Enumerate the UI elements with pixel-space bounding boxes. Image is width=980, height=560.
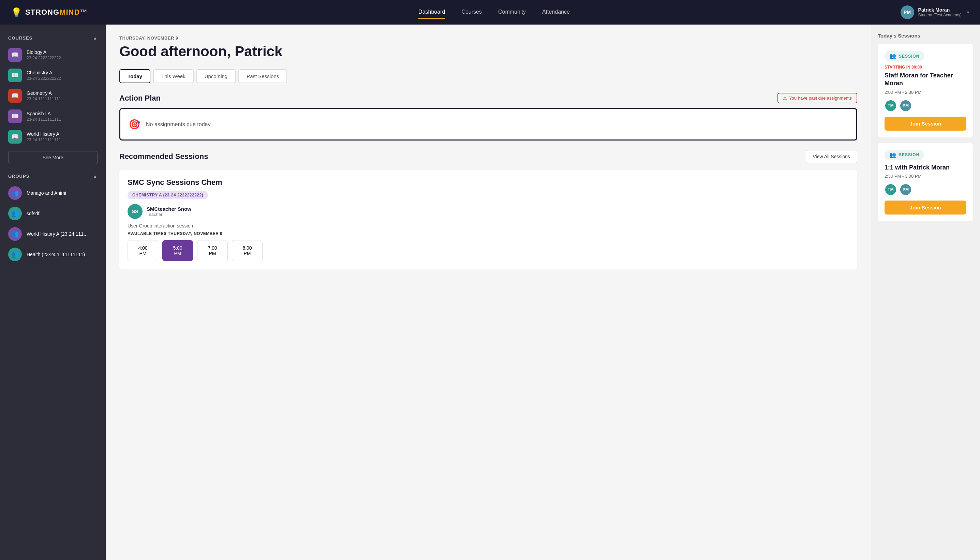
- sidebar-item-biology[interactable]: 📖 Biology A 23-24 2222222222: [0, 45, 106, 65]
- chemistry-name: Chemistry A: [27, 70, 61, 75]
- action-plan-header: Action Plan ⚠ You have past due assignme…: [119, 93, 857, 103]
- logo-icon: 💡: [11, 7, 22, 18]
- session-badge-2: 👥 SESSION: [885, 150, 924, 160]
- nav-attendance[interactable]: Attendance: [542, 6, 570, 19]
- biology-name: Biology A: [27, 50, 61, 55]
- see-more-button[interactable]: See More: [8, 151, 98, 164]
- courses-section-header: COURSES ▲: [0, 33, 106, 45]
- action-plan-title: Action Plan: [119, 94, 161, 103]
- worldhistory-code: 23-24 1111111111: [27, 137, 61, 142]
- group-health-name: Health (23-24 1111111111): [27, 252, 85, 257]
- recommended-sessions-title: Recommended Sessions: [119, 152, 208, 161]
- tab-today[interactable]: Today: [119, 69, 150, 83]
- session-badge-icon-1: 👥: [889, 53, 896, 59]
- time-slot-8pm[interactable]: 8:00PM: [232, 240, 263, 261]
- logo[interactable]: 💡 STRONGMIND™: [11, 7, 88, 18]
- tab-thisweek[interactable]: This Week: [153, 69, 194, 83]
- action-plan-box: 🎯 No assignments due today: [119, 108, 857, 140]
- groups-chevron-icon[interactable]: ▲: [93, 174, 98, 179]
- session-badge-icon-2: 👥: [889, 152, 896, 158]
- sidebar-item-group-sdfsdf[interactable]: 👥 sdfsdf: [0, 203, 106, 224]
- main-content: THURSDAY, NOVEMBER 9 Good afternoon, Pat…: [106, 25, 871, 560]
- courses-chevron-icon[interactable]: ▲: [93, 36, 98, 41]
- chemistry-code: 23-24 2222222222: [27, 76, 61, 81]
- spanish-name: Spanish I A: [27, 111, 61, 116]
- sidebar-item-group-manago[interactable]: 👥 Manago and Animi: [0, 183, 106, 203]
- avatars-row-2: TM PM: [885, 183, 967, 196]
- time-slot-5pm[interactable]: 5:00PM: [162, 240, 193, 261]
- top-navigation: 💡 STRONGMIND™ Dashboard Courses Communit…: [0, 0, 980, 25]
- nav-community[interactable]: Community: [498, 6, 526, 19]
- sidebar: COURSES ▲ 📖 Biology A 23-24 2222222222 📖…: [0, 25, 106, 560]
- time-slots: 4:00PM 5:00PM 7:00PM 8:00PM: [128, 240, 849, 261]
- user-role: Student (Test Academy): [918, 13, 962, 17]
- tab-upcoming[interactable]: Upcoming: [196, 69, 236, 83]
- join-session-button-1[interactable]: Join Session: [885, 117, 967, 131]
- courses-label: COURSES: [8, 35, 32, 41]
- sidebar-item-group-health[interactable]: 👥 Health (23-24 1111111111): [0, 244, 106, 265]
- groups-section-header: GROUPS ▲: [0, 171, 106, 183]
- sidebar-item-worldhistory[interactable]: 📖 World History A 23-24 1111111111: [0, 127, 106, 147]
- sidebar-item-chemistry[interactable]: 📖 Chemistry A 23-24 2222222222: [0, 65, 106, 86]
- chevron-down-icon: ▾: [967, 10, 969, 15]
- page-layout: COURSES ▲ 📖 Biology A 23-24 2222222222 📖…: [0, 25, 980, 560]
- user-name: Patrick Moran: [918, 7, 962, 13]
- geometry-name: Geometry A: [27, 90, 61, 96]
- sidebar-item-geometry[interactable]: 📖 Geometry A 23-24 1111111111: [0, 86, 106, 106]
- starting-in-1: STARTING IN 00:00: [885, 65, 967, 70]
- session-badge-text-2: SESSION: [899, 152, 919, 157]
- right-panel-title: Today's Sessions: [878, 33, 973, 38]
- biology-code: 23-24 2222222222: [27, 56, 61, 60]
- past-due-badge[interactable]: ⚠ You have past due assignments: [777, 93, 857, 103]
- time-slot-4pm[interactable]: 4:00PM: [128, 240, 158, 261]
- time-slot-7pm[interactable]: 7:00PM: [197, 240, 228, 261]
- avatar-tm-1: TM: [885, 100, 897, 112]
- avatar-pm-2: PM: [900, 183, 912, 196]
- session-time-2: 2:30 PM - 3:00 PM: [885, 173, 967, 179]
- recommended-sessions-header: Recommended Sessions View All Sessions: [119, 150, 857, 163]
- user-menu[interactable]: PM Patrick Moran Student (Test Academy) …: [900, 5, 969, 19]
- join-session-button-2[interactable]: Join Session: [885, 200, 967, 215]
- teacher-name: SMCteacher Snow: [146, 206, 191, 212]
- avatars-row-1: TM PM: [885, 100, 967, 112]
- worldhistory-icon: 📖: [8, 130, 22, 143]
- session-badge-1: 👥 SESSION: [885, 51, 924, 62]
- groups-label: GROUPS: [8, 173, 29, 179]
- session-description: User Group interaction session: [128, 223, 849, 228]
- view-all-sessions-button[interactable]: View All Sessions: [806, 150, 857, 163]
- session-widget-1: 👥 SESSION STARTING IN 00:00 Staff Moran …: [878, 44, 973, 137]
- avatar-pm-1: PM: [900, 100, 912, 112]
- course-tag: CHEMISTRY A (23-24 2222222222): [128, 191, 208, 199]
- greeting-text: Good afternoon, Patrick: [119, 43, 857, 60]
- right-panel: Today's Sessions 👥 SESSION STARTING IN 0…: [871, 25, 980, 560]
- sidebar-item-group-worldhistory[interactable]: 👥 World History A (23-24 111...: [0, 224, 106, 244]
- chemistry-icon: 📖: [8, 68, 22, 82]
- user-avatar: PM: [900, 5, 914, 19]
- worldhistory-name: World History A: [27, 131, 61, 137]
- logo-text: STRONGMIND™: [25, 8, 88, 17]
- past-due-text: You have past due assignments: [789, 95, 852, 101]
- available-times-label: AVAILABLE TIMES THURSDAY, NOVEMBER 9: [128, 231, 849, 236]
- spanish-code: 23-24 1111111111: [27, 117, 61, 122]
- session-widget-2: 👥 SESSION 1:1 with Patrick Moran 2:30 PM…: [878, 143, 973, 221]
- tabs-row: Today This Week Upcoming Past Sessions: [119, 69, 857, 83]
- biology-icon: 📖: [8, 48, 22, 62]
- no-assignments-icon: 🎯: [128, 119, 140, 130]
- session-widget-title-1: Staff Moran for Teacher Moran: [885, 72, 967, 88]
- group-sdfsdf-name: sdfsdf: [27, 211, 39, 216]
- sidebar-item-spanish[interactable]: 📖 Spanish I A 23-24 1111111111: [0, 106, 106, 127]
- teacher-row: SS SMCteacher Snow Teacher: [128, 204, 849, 219]
- group-manago-icon: 👥: [8, 186, 22, 200]
- session-badge-text-1: SESSION: [899, 54, 919, 59]
- groups-section: GROUPS ▲ 👥 Manago and Animi 👥 sdfsdf 👥 W…: [0, 171, 106, 265]
- teacher-role: Teacher: [146, 212, 191, 217]
- warning-icon: ⚠: [783, 95, 787, 101]
- nav-dashboard[interactable]: Dashboard: [418, 6, 445, 19]
- session-card-title: SMC Sync Sessions Chem: [128, 178, 849, 187]
- teacher-avatar: SS: [128, 204, 143, 219]
- nav-links: Dashboard Courses Community Attendance: [418, 6, 570, 19]
- group-worldhistory-icon: 👥: [8, 227, 22, 241]
- geometry-icon: 📖: [8, 89, 22, 103]
- nav-courses[interactable]: Courses: [461, 6, 482, 19]
- tab-pastsessions[interactable]: Past Sessions: [238, 69, 287, 83]
